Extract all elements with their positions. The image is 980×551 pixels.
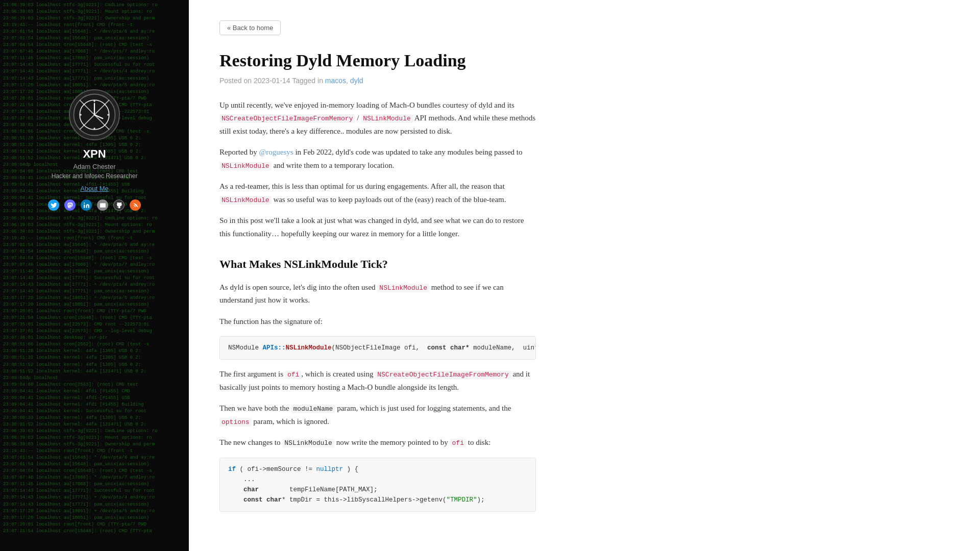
sidebar-title: Hacker and Infosec Researcher: [52, 172, 138, 180]
svg-point-9: [107, 114, 109, 116]
paragraph-3: As a red-teamer, this is less than optim…: [219, 180, 536, 206]
avatar: [69, 89, 120, 140]
back-to-home-button[interactable]: « Back to home: [219, 20, 281, 35]
twitter-icon[interactable]: [48, 199, 59, 211]
tag-separator: ,: [346, 77, 350, 85]
paragraph-7: The first argument is ofi, which is crea…: [219, 368, 536, 394]
sidebar: 23:06:39:03 localhost ntfs-3g[9221]: Cmd…: [0, 0, 189, 551]
paragraph-1: Up until recently, we've enjoyed in-memo…: [219, 99, 536, 138]
post-title: Restoring Dyld Memory Loading: [219, 51, 949, 71]
code-inline-4: NSLinkModule: [219, 196, 272, 205]
sidebar-username: XPN: [83, 147, 106, 161]
meta-tagged-prefix: Tagged in: [292, 77, 323, 85]
social-icons: [48, 199, 141, 211]
about-me-link[interactable]: About Me: [80, 185, 109, 192]
svg-point-8: [80, 114, 82, 116]
code-inline-5: NSLinkModule: [377, 284, 429, 292]
code-inline-9: options: [219, 418, 252, 427]
svg-point-6: [93, 100, 95, 102]
post-meta: Posted on 2023-01-14 Tagged in macos, dy…: [219, 77, 949, 85]
meta-posted-on: Posted on: [219, 77, 252, 85]
post-body: Up until recently, we've enjoyed in-memo…: [219, 99, 536, 512]
tag-dyld[interactable]: dyld: [350, 77, 363, 85]
roguesys-link[interactable]: @roguesys: [259, 148, 293, 156]
meta-date: 2023-01-14: [254, 77, 290, 85]
code-inline-7: NSCreateObjectFileImageFromMemory: [375, 370, 510, 379]
sidebar-content: XPN Adam Chester Hacker and Infosec Rese…: [48, 0, 141, 211]
code-block-2: if ( ofi->memSource != nullptr ) { ... c…: [219, 458, 536, 512]
sidebar-realname: Adam Chester: [73, 163, 115, 170]
code-inline-11: ofi: [450, 439, 466, 447]
code-block-1: NSModule APIs::NSLinkModule(NSObjectFile…: [219, 336, 536, 360]
section-heading-1: What Makes NSLinkModule Tick?: [219, 255, 536, 273]
mastodon-icon[interactable]: [64, 199, 76, 211]
paragraph-8: Then we have both the moduleName param, …: [219, 402, 536, 428]
svg-point-11: [133, 207, 134, 207]
email-icon[interactable]: [97, 199, 108, 211]
paragraph-9: The new changes to NSLinkModule now writ…: [219, 436, 536, 449]
code-inline-10: NSLinkModule: [282, 439, 334, 447]
svg-point-10: [84, 203, 85, 204]
code-inline-2: NSLinkModule: [361, 114, 413, 123]
code-inline-3: NSLinkModule: [219, 162, 272, 170]
linkedin-icon[interactable]: [81, 199, 92, 211]
paragraph-6: The function has the signature of:: [219, 315, 536, 329]
tag-macos[interactable]: macos: [325, 77, 346, 85]
svg-point-7: [93, 128, 95, 130]
paragraph-5: As dyld is open source, let's dig into t…: [219, 281, 536, 307]
rss-icon[interactable]: [130, 199, 141, 211]
code-inline-1: NSCreateObjectFileImageFromMemory: [219, 114, 355, 123]
github-icon[interactable]: [113, 199, 125, 211]
paragraph-2: Reported by @roguesys in Feb 2022, dyld'…: [219, 146, 536, 172]
main-content: « Back to home Restoring Dyld Memory Loa…: [189, 0, 980, 551]
paragraph-4: So in this post we'll take a look at jus…: [219, 214, 536, 240]
code-inline-8: moduleName: [291, 405, 335, 413]
code-inline-6: ofi: [285, 370, 301, 379]
